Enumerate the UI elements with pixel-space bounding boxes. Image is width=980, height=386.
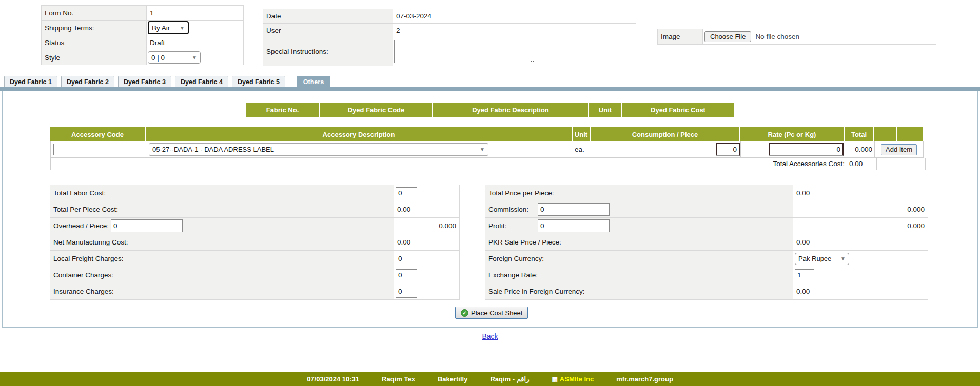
active-tab-strip xyxy=(0,87,980,91)
total-accessories-cost-label: Total Accessories Cost: xyxy=(773,160,845,168)
accessory-table-header: Accessory Code Accessory Description Uni… xyxy=(50,127,923,141)
net-mfg-cost-label: Net Manufacturing Cost: xyxy=(50,234,394,251)
footer-brand: ASMIte Inc xyxy=(560,375,594,383)
tab-label: Others xyxy=(303,78,324,86)
container-charges-label: Container Charges: xyxy=(50,267,394,283)
local-freight-input[interactable] xyxy=(396,253,417,265)
tab-label: Dyed Fabric 5 xyxy=(238,78,280,86)
form-info-table: Form No. 1 Shipping Terms: By Air ▼ Stat… xyxy=(41,5,244,65)
style-label: Style xyxy=(42,50,147,65)
date-label: Date xyxy=(263,9,393,24)
accessory-unit-value: ea. xyxy=(575,146,584,153)
tab-dyed-fabric-2[interactable]: Dyed Fabric 2 xyxy=(61,76,114,87)
place-cost-sheet-button[interactable]: ✓ Place Cost Sheet xyxy=(455,307,528,319)
shipping-terms-selected: By Air xyxy=(152,24,170,32)
style-select[interactable]: 0 | 0 ▼ xyxy=(148,51,201,64)
tab-others[interactable]: Others xyxy=(297,76,330,87)
no-file-chosen-text: No file chosen xyxy=(755,33,799,40)
back-link[interactable]: Back xyxy=(0,332,980,340)
total-labor-cost-input[interactable] xyxy=(396,187,417,199)
footer-datetime: 07/03/2024 10:31 xyxy=(307,375,359,383)
grid-icon: ▦ xyxy=(552,376,557,383)
status-label: Status xyxy=(42,35,147,50)
pkr-sale-price-value: 0.00 xyxy=(793,234,928,251)
form-no-label: Form No. xyxy=(42,6,147,21)
image-label: Image xyxy=(658,29,703,45)
footer-company: Raqim Tex xyxy=(382,375,415,383)
container-charges-input[interactable] xyxy=(396,269,417,281)
total-accessories-cost-value: 0.00 xyxy=(849,160,863,168)
total-per-piece-cost-value: 0.00 xyxy=(394,201,460,218)
rate-header: Rate (Pc or Kg) xyxy=(740,127,845,141)
chevron-down-icon: ▼ xyxy=(192,55,197,60)
pkr-sale-price-label: PKR Sale Price / Piece: xyxy=(485,234,793,251)
overhead-label: Overhead / Piece: xyxy=(53,222,109,230)
local-freight-label: Local Freight Charges: xyxy=(50,251,394,267)
accessory-desc-header: Accessory Description xyxy=(146,127,573,141)
foreign-currency-selected: Pak Rupee xyxy=(798,255,831,262)
check-icon: ✓ xyxy=(461,309,468,317)
insurance-charges-label: Insurance Charges: xyxy=(50,283,394,300)
accessory-header-empty-cell xyxy=(897,127,923,141)
total-per-piece-cost-label: Total Per Piece Cost: xyxy=(50,201,394,218)
accessory-code-header: Accessory Code xyxy=(50,127,146,141)
profit-input[interactable] xyxy=(538,219,610,232)
footer-brand-wrap[interactable]: ▦ASMIte Inc xyxy=(552,375,594,383)
commission-input[interactable] xyxy=(538,203,610,216)
tab-dyed-fabric-3[interactable]: Dyed Fabric 3 xyxy=(118,76,171,87)
dyed-fabric-desc-header: Dyed Fabric Description xyxy=(433,103,589,117)
left-summary-table: Total Labor Cost: Total Per Piece Cost: … xyxy=(50,185,460,300)
commission-value: 0.000 xyxy=(793,201,928,218)
date-value: 07-03-2024 xyxy=(393,9,636,24)
chevron-down-icon: ▼ xyxy=(480,147,485,152)
add-item-button[interactable]: Add Item xyxy=(881,144,917,155)
dyed-fabric-code-header: Dyed Fabric Code xyxy=(320,103,433,117)
total-price-per-piece-value: 0.00 xyxy=(793,185,928,201)
style-selected: 0 | 0 xyxy=(151,54,165,62)
special-instructions-label: Special Instructions: xyxy=(263,37,393,66)
consumption-header: Consumption / Piece xyxy=(591,127,740,141)
exchange-rate-label: Exchange Rate: xyxy=(485,267,793,283)
place-cost-sheet-label: Place Cost Sheet xyxy=(471,309,522,317)
foreign-currency-select[interactable]: Pak Rupee ▼ xyxy=(795,253,849,265)
choose-file-button[interactable]: Choose File xyxy=(704,31,751,42)
image-file-cell: Choose File No file chosen xyxy=(703,29,936,45)
total-price-per-piece-label: Total Price per Piece: xyxy=(485,185,793,201)
accessory-description-select[interactable]: 05-27--DADA-1 - DADA ADRESS LABEL ▼ xyxy=(149,143,488,156)
overhead-input[interactable] xyxy=(111,219,183,232)
sale-price-foreign-label: Sale Price in Foreign Currency: xyxy=(485,283,793,300)
footer-domain: mfr.march7.group xyxy=(616,375,673,383)
accessory-unit-header: Unit xyxy=(573,127,591,141)
sale-price-foreign-value: 0.00 xyxy=(793,283,928,300)
total-labor-cost-label: Total Labor Cost: xyxy=(50,185,394,201)
tab-dyed-fabric-1[interactable]: Dyed Fabric 1 xyxy=(4,76,57,87)
style-cell: 0 | 0 ▼ xyxy=(147,50,244,65)
tab-dyed-fabric-5[interactable]: Dyed Fabric 5 xyxy=(232,76,285,87)
special-instructions-textarea[interactable] xyxy=(394,40,535,63)
form-no-value: 1 xyxy=(147,6,244,21)
status-value: Draft xyxy=(147,35,244,50)
date-user-table: Date 07-03-2024 User 2 Special Instructi… xyxy=(263,9,636,66)
exchange-rate-input[interactable] xyxy=(795,269,814,281)
accessory-description-selected: 05-27--DADA-1 - DADA ADRESS LABEL xyxy=(152,146,274,153)
cost-sheet-page: Form No. 1 Shipping Terms: By Air ▼ Stat… xyxy=(0,0,980,386)
accessory-code-input[interactable] xyxy=(53,144,87,155)
overhead-cell: Overhead / Piece: xyxy=(50,218,394,234)
user-label: User xyxy=(263,24,393,37)
shipping-terms-select[interactable]: By Air ▼ xyxy=(148,21,189,34)
footer-user-name: Raqim - راقم xyxy=(490,375,529,383)
fabric-unit-header: Unit xyxy=(589,103,622,117)
tab-label: Dyed Fabric 2 xyxy=(67,78,109,86)
insurance-charges-input[interactable] xyxy=(396,286,417,298)
tab-dyed-fabric-4[interactable]: Dyed Fabric 4 xyxy=(175,76,228,87)
rate-input[interactable] xyxy=(769,143,844,156)
consumption-input[interactable] xyxy=(716,143,740,156)
profit-label: Profit: xyxy=(488,222,538,230)
image-upload-table: Image Choose File No file chosen xyxy=(657,29,936,45)
accessory-header-empty-cell xyxy=(874,127,897,141)
shipping-terms-cell: By Air ▼ xyxy=(147,21,244,35)
overhead-value: 0.000 xyxy=(394,218,460,234)
fabric-no-header: Fabric No. xyxy=(246,103,320,117)
commission-label: Commission: xyxy=(488,206,538,213)
tab-label: Dyed Fabric 3 xyxy=(124,78,166,86)
